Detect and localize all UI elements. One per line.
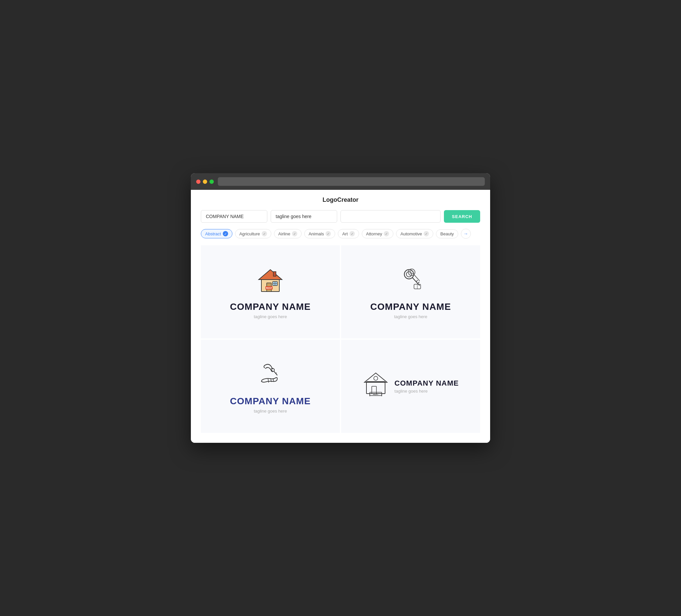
keyword-input[interactable] — [340, 210, 440, 223]
filter-art[interactable]: Art ✓ — [338, 229, 359, 238]
filter-beauty-label: Beauty — [440, 231, 454, 236]
close-button-dot[interactable] — [196, 180, 201, 184]
logo4-text-group: COMPANY NAME tagline goes here — [394, 379, 458, 393]
svg-marker-1 — [259, 270, 282, 280]
filter-automotive[interactable]: Automotive ✓ — [396, 229, 433, 238]
logo-grid: RENT COMPANY NAME tagline goes here — [201, 245, 480, 433]
filter-attorney-check: ✓ — [384, 231, 389, 236]
company-name-input[interactable] — [201, 210, 267, 223]
filter-agriculture-check: ✓ — [262, 231, 267, 236]
filter-airline-label: Airline — [278, 231, 290, 236]
svg-text:RENT: RENT — [266, 287, 272, 289]
filter-automotive-label: Automotive — [400, 231, 422, 236]
svg-line-21 — [276, 373, 277, 374]
filter-art-check: ✓ — [350, 231, 355, 236]
filter-next-button[interactable]: → — [461, 229, 471, 239]
filter-abstract[interactable]: Abstract ✓ — [201, 229, 232, 238]
filter-agriculture-label: Agriculture — [239, 231, 260, 236]
filter-airline[interactable]: Airline ✓ — [274, 229, 302, 238]
logo-icon-4: RENT — [362, 370, 389, 397]
app-title: LogoCreator — [201, 197, 480, 203]
maximize-button-dot[interactable] — [209, 180, 214, 184]
svg-marker-26 — [364, 373, 387, 382]
browser-dots — [196, 180, 214, 184]
logo4-company-name: COMPANY NAME — [394, 379, 458, 388]
logo2-tagline: tagline goes here — [394, 314, 427, 319]
svg-text:RENT: RENT — [373, 393, 379, 395]
app-content: LogoCreator SEARCH Abstract ✓ Agricultur… — [191, 190, 490, 443]
filter-attorney-label: Attorney — [366, 231, 382, 236]
logo3-company-name: COMPANY NAME — [230, 396, 311, 407]
logo3-tagline: tagline goes here — [254, 409, 287, 414]
logo-card-4[interactable]: RENT COMPANY NAME tagline goes here — [341, 340, 480, 433]
url-bar[interactable] — [218, 177, 485, 186]
filter-animals[interactable]: Animals ✓ — [304, 229, 335, 238]
filter-art-label: Art — [342, 231, 348, 236]
logo-icon-3 — [255, 359, 285, 391]
browser-window: LogoCreator SEARCH Abstract ✓ Agricultur… — [191, 173, 490, 443]
minimize-button-dot[interactable] — [203, 180, 207, 184]
filter-attorney[interactable]: Attorney ✓ — [362, 229, 394, 238]
logo-card-1[interactable]: RENT COMPANY NAME tagline goes here — [201, 245, 340, 338]
filter-animals-label: Animals — [309, 231, 324, 236]
logo1-tagline: tagline goes here — [254, 314, 287, 319]
logo-card-3[interactable]: COMPANY NAME tagline goes here — [201, 340, 340, 433]
logo-icon-2 — [396, 265, 426, 296]
logo2-company-name: COMPANY NAME — [371, 302, 451, 312]
svg-line-12 — [416, 280, 418, 282]
logo1-company-name: COMPANY NAME — [230, 302, 311, 312]
svg-line-13 — [418, 282, 419, 283]
filter-automotive-check: ✓ — [424, 231, 429, 236]
filter-agriculture[interactable]: Agriculture ✓ — [235, 229, 271, 238]
svg-line-22 — [268, 379, 269, 383]
svg-rect-2 — [273, 272, 276, 276]
filter-airline-check: ✓ — [292, 231, 297, 236]
logo4-tagline: tagline goes here — [394, 389, 458, 393]
logo-card-2[interactable]: COMPANY NAME tagline goes here — [341, 245, 480, 338]
filter-abstract-label: Abstract — [205, 231, 221, 236]
filter-abstract-check: ✓ — [223, 231, 228, 236]
filter-animals-check: ✓ — [326, 231, 331, 236]
tagline-input[interactable] — [271, 210, 337, 223]
logo-icon-1: RENT — [255, 265, 285, 296]
svg-point-27 — [374, 376, 378, 380]
category-filters: Abstract ✓ Agriculture ✓ Airline ✓ Anima… — [201, 229, 480, 239]
search-bar: SEARCH — [201, 210, 480, 223]
search-button[interactable]: SEARCH — [444, 210, 480, 223]
browser-toolbar — [191, 173, 490, 190]
svg-rect-25 — [367, 382, 385, 393]
filter-beauty[interactable]: Beauty — [436, 229, 458, 238]
